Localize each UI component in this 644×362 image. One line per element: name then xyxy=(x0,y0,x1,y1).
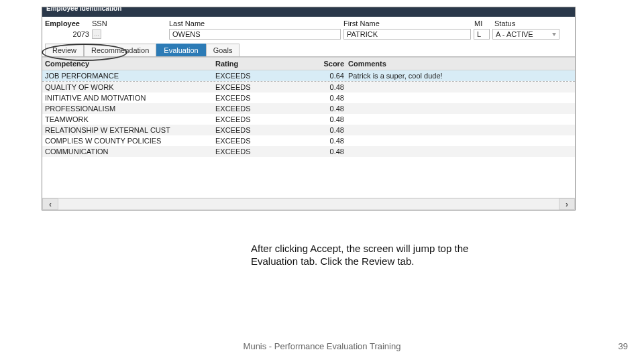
first-name-field[interactable]: PATRICK xyxy=(343,29,471,40)
employee-field-labels: Employee SSN Last Name First Name MI Sta… xyxy=(42,17,575,27)
label-status: Status xyxy=(494,19,561,27)
employee-lookup-button[interactable]: … xyxy=(92,29,101,39)
cell-competency: PROFESSIONALISM xyxy=(45,105,215,113)
col-header-rating[interactable]: Rating xyxy=(215,60,309,68)
grid-body: JOB PERFORMANCEEXCEEDS0.64Patrick is a s… xyxy=(42,70,575,198)
cell-rating: EXCEEDS xyxy=(215,147,309,156)
table-row[interactable]: PROFESSIONALISMEXCEEDS0.48 xyxy=(42,103,575,114)
cell-competency: INITIATIVE AND MOTIVATION xyxy=(45,94,215,102)
employee-data-row: 2073 … OWENS PATRICK L A - ACTIVE xyxy=(42,27,575,42)
cell-comments xyxy=(348,115,572,123)
employee-number: 2073 xyxy=(45,30,92,38)
table-row[interactable]: COMPLIES W COUNTY POLICIESEXCEEDS0.48 xyxy=(42,135,575,146)
status-value: A - ACTIVE xyxy=(496,30,533,38)
cell-comments xyxy=(348,126,572,134)
cell-rating: EXCEEDS xyxy=(215,105,309,113)
section-title: Employee Identification xyxy=(46,7,121,13)
chevron-down-icon xyxy=(552,33,556,36)
cell-rating: EXCEEDS xyxy=(215,126,309,134)
cell-score: 0.48 xyxy=(309,94,348,102)
table-row[interactable]: RELATIONSHIP W EXTERNAL CUSTEXCEEDS0.48 xyxy=(42,125,575,135)
page-number: 39 xyxy=(619,341,628,351)
cell-score: 0.48 xyxy=(309,147,348,156)
cell-rating: EXCEEDS xyxy=(215,83,309,91)
cell-competency: COMMUNICATION xyxy=(45,147,215,156)
cell-competency: QUALITY OF WORK xyxy=(45,83,215,91)
status-dropdown[interactable]: A - ACTIVE xyxy=(492,29,559,40)
cell-comments xyxy=(348,147,572,156)
cell-rating: EXCEEDS xyxy=(215,94,309,102)
cell-score: 0.48 xyxy=(309,126,348,134)
col-header-competency[interactable]: Competency xyxy=(45,60,215,68)
scroll-right-button[interactable]: › xyxy=(559,198,575,210)
cell-competency: COMPLIES W COUNTY POLICIES xyxy=(45,137,215,145)
scroll-track[interactable] xyxy=(58,198,559,210)
app-screenshot: Employee Identification Employee SSN Las… xyxy=(42,7,576,210)
table-row[interactable]: INITIATIVE AND MOTIVATIONEXCEEDS0.48 xyxy=(42,93,575,103)
cell-comments xyxy=(348,137,572,145)
last-name-field[interactable]: OWENS xyxy=(169,29,341,40)
cell-comments xyxy=(348,94,572,102)
tab-strip: ReviewRecommendationEvaluationGoals xyxy=(42,42,575,57)
scroll-left-button[interactable]: ‹ xyxy=(42,198,58,210)
cell-rating: EXCEEDS xyxy=(215,72,309,80)
slide-caption: After clicking Accept, the screen will j… xyxy=(251,243,486,268)
cell-comments xyxy=(348,83,572,91)
col-header-score[interactable]: Score xyxy=(309,60,348,68)
cell-competency: RELATIONSHIP W EXTERNAL CUST xyxy=(45,126,215,134)
tab-evaluation[interactable]: Evaluation xyxy=(156,44,205,56)
label-mi: MI xyxy=(474,19,494,27)
cell-rating: EXCEEDS xyxy=(215,137,309,145)
cell-comments xyxy=(348,105,572,113)
table-row[interactable]: JOB PERFORMANCEEXCEEDS0.64Patrick is a s… xyxy=(42,70,575,81)
mi-field[interactable]: L xyxy=(474,29,490,40)
label-employee: Employee xyxy=(45,19,92,27)
label-ssn: SSN xyxy=(92,19,169,27)
table-row[interactable]: TEAMWORKEXCEEDS0.48 xyxy=(42,114,575,125)
table-row[interactable]: COMMUNICATIONEXCEEDS0.48 xyxy=(42,146,575,157)
label-last-name: Last Name xyxy=(169,19,343,27)
section-header: Employee Identification xyxy=(42,7,575,17)
horizontal-scrollbar[interactable]: ‹ › xyxy=(42,198,575,210)
cell-comments: Patrick is a super, cool dude! xyxy=(348,72,572,80)
cell-score: 0.48 xyxy=(309,137,348,145)
cell-rating: EXCEEDS xyxy=(215,115,309,123)
label-first-name: First Name xyxy=(343,19,474,27)
cell-score: 0.64 xyxy=(309,72,348,80)
footer-title: Munis - Performance Evaluation Training xyxy=(0,341,644,351)
cell-competency: JOB PERFORMANCE xyxy=(45,72,215,80)
cell-score: 0.48 xyxy=(309,115,348,123)
tab-goals[interactable]: Goals xyxy=(206,44,240,56)
cell-competency: TEAMWORK xyxy=(45,115,215,123)
cell-score: 0.48 xyxy=(309,105,348,113)
grid-header-row: Competency Rating Score Comments xyxy=(42,57,575,70)
tab-recommendation[interactable]: Recommendation xyxy=(84,44,156,56)
cell-score: 0.48 xyxy=(309,83,348,91)
col-header-comments[interactable]: Comments xyxy=(348,60,572,68)
table-row[interactable]: QUALITY OF WORKEXCEEDS0.48 xyxy=(42,82,575,93)
tab-review[interactable]: Review xyxy=(45,44,84,56)
